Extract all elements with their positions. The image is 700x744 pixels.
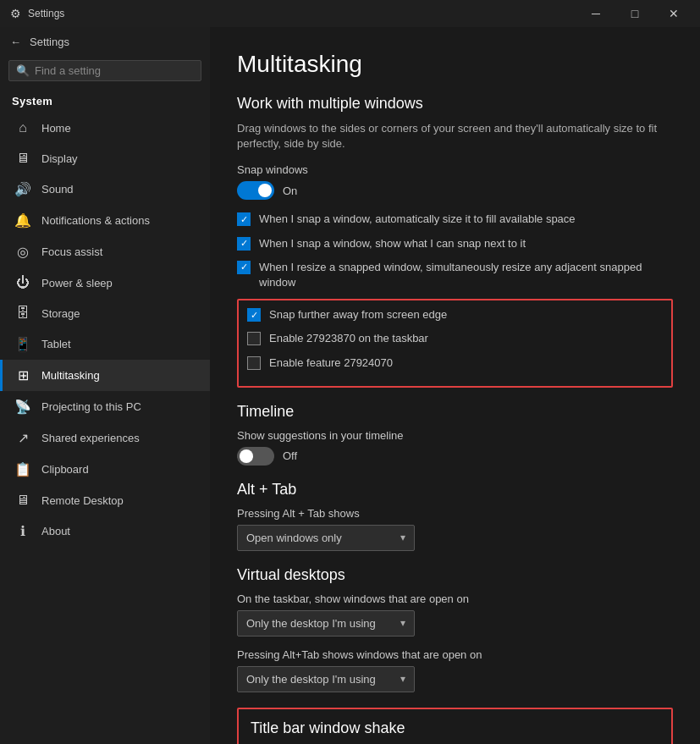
close-button[interactable]: ✕ bbox=[654, 0, 693, 27]
checkbox-snap-fill[interactable] bbox=[237, 212, 251, 226]
vd-dropdown2[interactable]: Only the desktop I'm using ▾ bbox=[237, 666, 415, 692]
checkbox-enable-feature-label: Enable feature 27924070 bbox=[269, 355, 393, 371]
settings-icon: ⚙ bbox=[10, 7, 21, 20]
main-content: Multitasking Work with multiple windows … bbox=[210, 27, 700, 744]
sidebar-item-focus[interactable]: ◎ Focus assist bbox=[0, 236, 210, 267]
alttab-dropdown[interactable]: Open windows only ▾ bbox=[237, 525, 415, 551]
multitasking-icon: ⊞ bbox=[14, 367, 31, 383]
sidebar-item-label: Focus assist bbox=[41, 245, 102, 258]
checkbox-row-h3: Enable feature 27924070 bbox=[247, 355, 663, 371]
sidebar-item-remote[interactable]: 🖥 Remote Desktop bbox=[0, 485, 210, 515]
projecting-icon: 📡 bbox=[14, 399, 31, 415]
sidebar-item-notifications[interactable]: 🔔 Notifications & actions bbox=[0, 205, 210, 236]
sound-icon: 🔊 bbox=[14, 181, 31, 197]
checkbox-row-1: When I snap a window, automatically size… bbox=[237, 212, 673, 227]
vd-title: Virtual desktops bbox=[237, 566, 673, 584]
sidebar-item-label: About bbox=[41, 525, 70, 537]
sidebar-item-tablet[interactable]: 📱 Tablet bbox=[0, 328, 210, 360]
sidebar-item-label: Sound bbox=[41, 183, 74, 196]
sidebar-item-power[interactable]: ⏻ Power & sleep bbox=[0, 267, 210, 298]
vd-dropdown1[interactable]: Only the desktop I'm using ▾ bbox=[237, 610, 415, 637]
sidebar-item-label: Power & sleep bbox=[41, 277, 113, 289]
sidebar-item-label: Clipboard bbox=[41, 463, 89, 476]
vd-dropdown1-arrow: ▾ bbox=[400, 617, 405, 629]
vd-dropdown1-value: Only the desktop I'm using bbox=[246, 617, 376, 630]
sidebar-item-label: Shared experiences bbox=[41, 432, 140, 444]
sidebar-item-label: Home bbox=[41, 122, 71, 135]
display-icon: 🖥 bbox=[14, 151, 31, 166]
about-icon: ℹ bbox=[14, 523, 31, 539]
alttab-dropdown-value: Open windows only bbox=[246, 532, 342, 544]
storage-icon: 🗄 bbox=[14, 306, 31, 321]
vd-dropdown2-value: Only the desktop I'm using bbox=[246, 673, 376, 686]
checkbox-row-2: When I snap a window, show what I can sn… bbox=[237, 236, 673, 251]
checkbox-snap-resize-label: When I resize a snapped window, simultan… bbox=[259, 260, 673, 290]
titlebar-shake-title: Title bar window shake bbox=[251, 719, 659, 737]
sidebar-item-clipboard[interactable]: 📋 Clipboard bbox=[0, 454, 210, 485]
sidebar-item-label: Tablet bbox=[41, 338, 71, 350]
timeline-section: Timeline Show suggestions in your timeli… bbox=[237, 403, 673, 466]
alttab-title: Alt + Tab bbox=[237, 481, 673, 499]
sidebar-item-label: Notifications & actions bbox=[41, 214, 150, 227]
alttab-dropdown-arrow: ▾ bbox=[400, 532, 405, 543]
sidebar-item-label: Projecting to this PC bbox=[41, 400, 141, 413]
timeline-toggle[interactable] bbox=[237, 447, 274, 466]
home-icon: ⌂ bbox=[14, 120, 31, 135]
snap-section-title: Work with multiple windows bbox=[237, 95, 673, 113]
vd-label2: Pressing Alt+Tab shows windows that are … bbox=[237, 648, 673, 661]
search-input[interactable] bbox=[35, 64, 194, 77]
minimize-button[interactable]: ─ bbox=[576, 0, 615, 27]
search-icon: 🔍 bbox=[16, 64, 30, 77]
back-icon: ← bbox=[10, 36, 21, 48]
sidebar-item-home[interactable]: ⌂ Home bbox=[0, 113, 210, 143]
sidebar-item-label: Remote Desktop bbox=[41, 494, 124, 507]
checkbox-row-h1: Snap further away from screen edge bbox=[247, 307, 663, 322]
vd-label1: On the taskbar, show windows that are op… bbox=[237, 592, 673, 605]
sidebar-item-label: Multitasking bbox=[41, 369, 100, 382]
timeline-title: Timeline bbox=[237, 403, 673, 421]
sidebar-item-projecting[interactable]: 📡 Projecting to this PC bbox=[0, 391, 210, 422]
sidebar-item-display[interactable]: 🖥 Display bbox=[0, 143, 210, 174]
focus-icon: ◎ bbox=[14, 244, 31, 260]
checkbox-snap-show[interactable] bbox=[237, 237, 251, 251]
sidebar-item-label: Storage bbox=[41, 307, 80, 320]
snap-windows-label: Snap windows bbox=[237, 163, 673, 176]
snap-section-desc: Drag windows to the sides or corners of … bbox=[237, 121, 673, 152]
search-box[interactable]: 🔍 bbox=[8, 60, 201, 81]
tablet-icon: 📱 bbox=[14, 336, 31, 352]
checkbox-snap-edge[interactable] bbox=[247, 308, 261, 322]
snap-toggle-label: On bbox=[283, 185, 297, 197]
checkbox-snap-edge-label: Snap further away from screen edge bbox=[269, 307, 447, 322]
back-button[interactable]: ← Settings bbox=[0, 27, 210, 57]
snap-toggle[interactable] bbox=[237, 181, 274, 200]
maximize-button[interactable]: □ bbox=[615, 0, 654, 27]
app-body: ← Settings 🔍 System ⌂ Home 🖥 Display 🔊 S… bbox=[0, 27, 700, 744]
sidebar: ← Settings 🔍 System ⌂ Home 🖥 Display 🔊 S… bbox=[0, 27, 210, 744]
timeline-label: Show suggestions in your timeline bbox=[237, 429, 673, 442]
sidebar-item-sound[interactable]: 🔊 Sound bbox=[0, 174, 210, 205]
checkbox-snap-show-label: When I snap a window, show what I can sn… bbox=[259, 236, 526, 251]
sidebar-item-shared[interactable]: ↗ Shared experiences bbox=[0, 422, 210, 454]
alttab-section: Alt + Tab Pressing Alt + Tab shows Open … bbox=[237, 481, 673, 551]
snap-toggle-thumb bbox=[258, 184, 272, 197]
remote-icon: 🖥 bbox=[14, 493, 31, 508]
checkbox-row-3: When I resize a snapped window, simultan… bbox=[237, 260, 673, 290]
notifications-icon: 🔔 bbox=[14, 212, 31, 229]
checkbox-snap-resize[interactable] bbox=[237, 261, 251, 274]
checkbox-enable-feature[interactable] bbox=[247, 356, 261, 370]
virtual-desktops-section: Virtual desktops On the taskbar, show wi… bbox=[237, 566, 673, 692]
snap-section: Work with multiple windows Drag windows … bbox=[237, 95, 673, 388]
checkbox-enable-taskbar[interactable] bbox=[247, 332, 261, 345]
sidebar-item-about[interactable]: ℹ About bbox=[0, 515, 210, 547]
sidebar-item-multitasking[interactable]: ⊞ Multitasking bbox=[0, 360, 210, 391]
snap-toggle-row: On bbox=[237, 181, 673, 200]
sidebar-section-label: System bbox=[0, 88, 210, 113]
sidebar-item-storage[interactable]: 🗄 Storage bbox=[0, 298, 210, 328]
title-bar-left: ⚙ Settings bbox=[10, 7, 64, 20]
checkbox-enable-taskbar-label: Enable 27923870 on the taskbar bbox=[269, 331, 428, 346]
title-bar-title: Settings bbox=[28, 8, 64, 19]
sidebar-item-label: Display bbox=[41, 152, 78, 165]
clipboard-icon: 📋 bbox=[14, 461, 31, 477]
shared-icon: ↗ bbox=[14, 430, 31, 446]
timeline-toggle-thumb bbox=[240, 449, 253, 463]
